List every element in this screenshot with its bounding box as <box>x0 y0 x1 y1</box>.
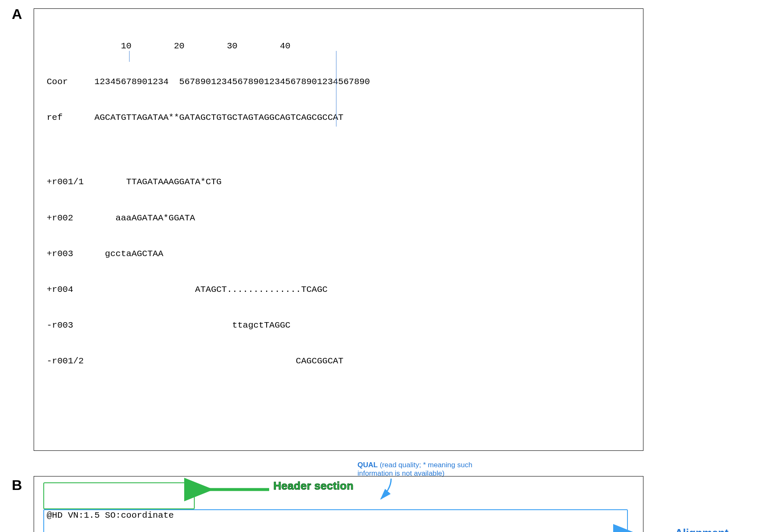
read-line: +r001/1 TTAGATAAAGGATA*CTG <box>47 176 630 188</box>
ruler-line: 10 20 30 40 <box>47 40 630 52</box>
header-section-box <box>43 482 195 509</box>
header-section-label: Header section <box>273 479 354 492</box>
panel-b-label: B <box>12 477 22 493</box>
alignment-section-label: Alignment section <box>675 527 744 532</box>
ref-line: ref AGCATGTTAGATAA**GATAGCTGTGCTAGTAGGCA… <box>47 112 630 124</box>
read-line: +r004 ATAGCT..............TCAGC <box>47 284 630 296</box>
panel-a-box: 10 20 30 40 Coor 12345678901234 56789012… <box>34 8 643 451</box>
read-line: +r002 aaaAGATAA*GGATA <box>47 212 630 224</box>
guide-line <box>336 51 336 127</box>
read-line: +r003 gcctaAGCTAA <box>47 248 630 260</box>
panel-a: A 10 20 30 40 Coor 12345678901234 567890… <box>13 8 744 451</box>
annot-qual-title: QUAL <box>357 461 378 469</box>
panel-b: B QUAL (read quality; * meaning such inf… <box>13 476 744 532</box>
alignment-section-box <box>43 509 628 532</box>
read-line: -r003 ttagctTAGGC <box>47 320 630 331</box>
annot-qual: QUAL (read quality; * meaning such infor… <box>357 461 500 478</box>
panel-a-label: A <box>12 6 22 22</box>
read-line: -r001/2 CAGCGGCAT <box>47 355 630 367</box>
coor-line: Coor 12345678901234 56789012345678901234… <box>47 76 630 88</box>
guide-line <box>129 51 130 62</box>
